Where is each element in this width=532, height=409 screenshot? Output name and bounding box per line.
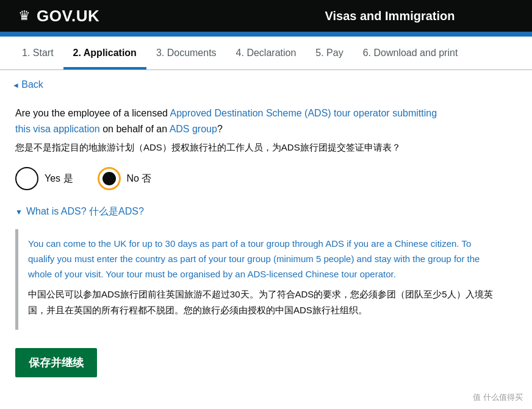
question-chinese: 您是不是指定目的地旅游计划（ADS）授权旅行社的工作人员，为ADS旅行团提交签证… <box>15 140 509 155</box>
step-pay[interactable]: 5. Pay <box>306 37 353 69</box>
step-start[interactable]: 1. Start <box>12 37 63 69</box>
step-application[interactable]: 2. Application <box>63 37 146 69</box>
ads-info-box: You can come to the UK for up to 30 days… <box>15 229 509 330</box>
header: ♛ GOV.UK Visas and Immigration <box>0 0 532 32</box>
header-title: Visas and Immigration <box>266 9 514 23</box>
radio-yes[interactable]: Yes 是 <box>15 167 73 190</box>
radio-no-circle[interactable] <box>98 167 121 190</box>
crown-icon: ♛ <box>18 8 31 24</box>
radio-no-label: No 否 <box>127 172 152 185</box>
radio-no[interactable]: No 否 <box>98 167 152 190</box>
ads-info-english: You can come to the UK for up to 30 days… <box>28 237 500 282</box>
back-link[interactable]: Back <box>12 79 43 90</box>
back-link-container: Back <box>0 70 532 93</box>
step-download[interactable]: 6. Download and print <box>353 37 468 69</box>
steps-nav: 1. Start 2. Application 3. Documents 4. … <box>0 37 532 70</box>
question-english-part1: Are you the employee of a licensed Appro… <box>15 108 437 118</box>
gov-uk-logo: GOV.UK <box>37 7 99 26</box>
chevron-down-icon: ▼ <box>15 208 23 216</box>
radio-group: Yes 是 No 否 <box>15 167 509 190</box>
blue-bar <box>0 32 532 37</box>
main-content: Are you the employee of a licensed Appro… <box>0 93 525 396</box>
ads-toggle[interactable]: ▼ What is ADS? 什么是ADS? <box>15 205 509 218</box>
step-declaration[interactable]: 4. Declaration <box>226 37 306 69</box>
radio-no-inner <box>102 172 116 185</box>
save-button[interactable]: 保存并继续 <box>15 348 97 377</box>
radio-yes-circle[interactable] <box>15 167 38 190</box>
radio-yes-label: Yes 是 <box>45 172 73 185</box>
ads-toggle-label: What is ADS? 什么是ADS? <box>26 205 144 218</box>
ads-info-chinese: 中国公民可以参加ADS旅行团前往英国旅游不超过30天。为了符合ADS的要求，您必… <box>28 286 500 318</box>
question-english-part2: this visa application on behalf of an AD… <box>15 124 223 134</box>
footer-watermark: 值 什么值得买 <box>473 392 523 396</box>
header-logo: ♛ GOV.UK <box>18 7 266 26</box>
question-english: Are you the employee of a licensed Appro… <box>15 105 509 137</box>
step-documents[interactable]: 3. Documents <box>146 37 226 69</box>
